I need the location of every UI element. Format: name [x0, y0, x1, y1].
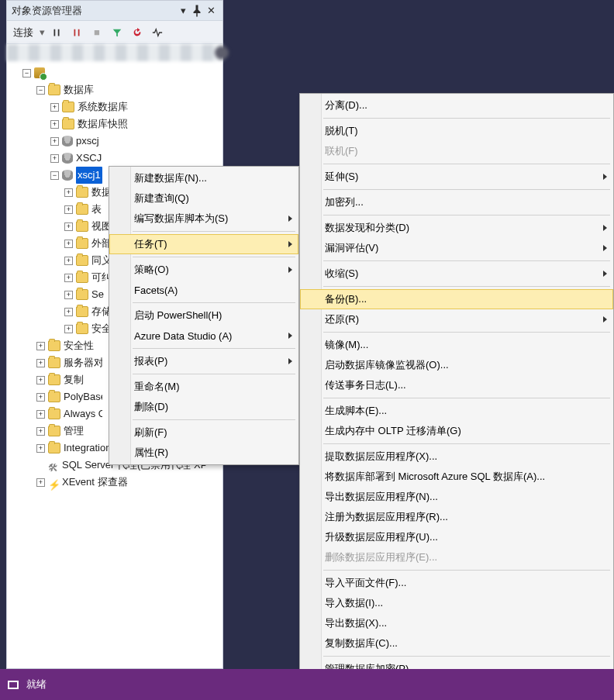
tree-item[interactable]: 复制 [64, 371, 84, 388]
submenu-arrow-icon [603, 245, 607, 251]
tree-expander[interactable]: + [36, 393, 45, 402]
tree-item[interactable]: PolyBase [64, 388, 102, 405]
menu-tasks[interactable]: 任务(T) [109, 234, 298, 254]
refresh-icon[interactable] [129, 24, 146, 41]
tree-item[interactable]: 服务器对 [64, 354, 102, 371]
connect-button[interactable]: 连接 [10, 26, 36, 40]
tree-expander[interactable]: − [36, 86, 45, 95]
tree-expander[interactable]: + [64, 222, 73, 231]
close-icon[interactable]: ✕ [204, 4, 218, 18]
tree-expander[interactable]: + [64, 205, 73, 214]
menu-new-query[interactable]: 新建查询(Q) [109, 188, 298, 209]
tree-expander[interactable]: + [36, 376, 45, 384]
menu-import-flat-file[interactable]: 导入平面文件(F)... [300, 573, 613, 593]
menu-policy[interactable]: 策略(O) [109, 260, 298, 280]
folder-icon [48, 391, 60, 402]
connect-icon[interactable] [48, 24, 65, 41]
folder-icon [48, 357, 60, 368]
menu-import-data[interactable]: 导入数据(I)... [300, 593, 613, 613]
tree-expander[interactable]: + [64, 274, 73, 282]
menu-separator [133, 257, 295, 257]
menu-facets[interactable]: Facets(A) [109, 280, 298, 300]
menu-rename[interactable]: 重命名(M) [109, 377, 298, 397]
pin-icon[interactable] [190, 4, 204, 18]
tree-item[interactable]: 管理 [64, 422, 84, 440]
tree-expander[interactable]: + [64, 291, 73, 299]
panel-titlebar: 对象资源管理器 ▾ ✕ [7, 1, 222, 21]
menu-stretch[interactable]: 延伸(S) [300, 167, 613, 187]
tree-expander[interactable]: + [36, 359, 45, 367]
tree-item[interactable]: Se [91, 286, 104, 303]
tree-expander[interactable]: − [22, 69, 31, 78]
menu-encrypt-columns[interactable]: 加密列... [300, 192, 613, 212]
menu-ship-log[interactable]: 传送事务日志(L)... [300, 375, 613, 395]
menu-separator [133, 419, 295, 420]
menu-properties[interactable]: 属性(R) [109, 443, 298, 463]
tree-expander[interactable]: + [36, 410, 45, 419]
menu-export-dac[interactable]: 导出数据层应用程序(N)... [300, 487, 613, 507]
tree-expander[interactable]: + [64, 240, 73, 248]
tree-item-selected[interactable]: xscj1 [76, 167, 102, 184]
agent-icon: 🛠 [48, 460, 59, 471]
tree-item[interactable]: Always O [64, 405, 102, 422]
menu-restore[interactable]: 还原(R) [300, 309, 613, 329]
menu-powershell[interactable]: 启动 PowerShell(H) [109, 305, 298, 326]
tree-expander[interactable]: + [64, 308, 73, 316]
menu-detach[interactable]: 分离(D)... [300, 95, 613, 116]
menu-shrink[interactable]: 收缩(S) [300, 264, 613, 284]
tree-expander[interactable]: + [64, 188, 73, 197]
menu-script-db-as[interactable]: 编写数据库脚本为(S) [109, 209, 298, 229]
menu-vulnerability[interactable]: 漏洞评估(V) [300, 238, 613, 258]
menu-copy-database[interactable]: 复制数据库(C)... [300, 633, 613, 653]
tree-item[interactable]: 表 [91, 201, 102, 218]
menu-refresh[interactable]: 刷新(F) [109, 422, 298, 443]
menu-azure-data-studio[interactable]: Azure Data Studio (A) [109, 326, 298, 346]
tree-expander[interactable]: + [64, 325, 73, 333]
menu-deploy-azure[interactable]: 将数据库部署到 Microsoft Azure SQL 数据库(A)... [300, 467, 613, 487]
menu-backup[interactable]: 备份(B)... [300, 289, 613, 309]
tree-item[interactable]: 安全性 [64, 337, 94, 354]
menu-new-database[interactable]: 新建数据库(N)... [109, 168, 298, 188]
menu-export-data[interactable]: 导出数据(X)... [300, 613, 613, 633]
server-icon [34, 67, 45, 78]
tree-expander[interactable]: + [36, 427, 45, 436]
menu-data-classification[interactable]: 数据发现和分类(D) [300, 218, 613, 238]
tree-expander[interactable]: + [36, 444, 45, 453]
tree-expander[interactable]: + [64, 257, 73, 265]
tree-item[interactable]: pxscj [76, 133, 99, 150]
status-rect-icon [8, 681, 19, 689]
tree-expander[interactable]: + [36, 342, 45, 350]
tree-item[interactable]: 数据库 [64, 81, 94, 98]
menu-mirror[interactable]: 镜像(M)... [300, 335, 613, 355]
menu-offline[interactable]: 脱机(T) [300, 121, 613, 141]
tree-expander[interactable]: + [50, 137, 59, 146]
status-bar: 就绪 [0, 669, 614, 700]
dropdown-icon[interactable]: ▾ [176, 4, 190, 18]
menu-register-dac[interactable]: 注册为数据层应用程序(R)... [300, 507, 613, 527]
tree-expander[interactable]: + [36, 478, 45, 487]
tree-expander[interactable]: − [50, 171, 59, 180]
menu-reports[interactable]: 报表(P) [109, 351, 298, 371]
menu-oltp-checklist[interactable]: 生成内存中 OLTP 迁移清单(G) [300, 421, 613, 441]
server-name-blurred [7, 44, 222, 61]
folder-icon [76, 289, 88, 300]
tree-expander[interactable]: + [50, 154, 59, 163]
tree-expander[interactable]: + [50, 120, 59, 129]
folder-icon [76, 306, 88, 317]
tree-expander[interactable]: + [50, 103, 59, 112]
tree-item[interactable]: XSCJ [76, 150, 102, 167]
menu-launch-monitor[interactable]: 启动数据库镜像监视器(O)... [300, 355, 613, 375]
filter-icon[interactable] [109, 24, 126, 41]
menu-delete[interactable]: 删除(D) [109, 397, 298, 417]
tree-item[interactable]: 数据库快照 [78, 116, 128, 133]
disconnect-icon[interactable] [68, 24, 85, 41]
folder-icon [76, 323, 88, 334]
tree-item[interactable]: XEvent 探查器 [62, 474, 128, 491]
submenu-arrow-icon [288, 241, 292, 247]
menu-generate-scripts[interactable]: 生成脚本(E)... [300, 401, 613, 421]
menu-extract-dac[interactable]: 提取数据层应用程序(X)... [300, 447, 613, 467]
stop-icon[interactable]: ■ [88, 24, 105, 41]
activity-icon[interactable] [149, 24, 166, 41]
menu-upgrade-dac[interactable]: 升级数据层应用程序(U)... [300, 527, 613, 547]
tree-item[interactable]: 系统数据库 [78, 98, 128, 116]
